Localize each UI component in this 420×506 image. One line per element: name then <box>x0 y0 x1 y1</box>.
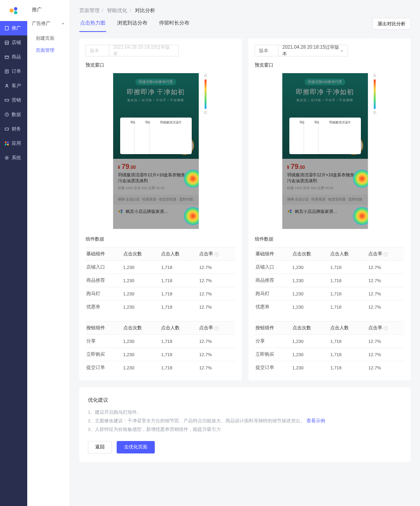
preview-phone-1: 快速去除100多种污渍 即擦即净 干净如初 免水洗 / 去污快 / 不伤手 / … <box>282 73 368 229</box>
svg-rect-4 <box>5 56 9 58</box>
version-select-1[interactable]: 2021.04.28 20:18:15过审版本 <box>278 45 348 56</box>
table-row: 立即购买1,2301,71812.7% <box>255 348 404 361</box>
col-header: 点击人数 <box>158 248 196 261</box>
preview-title: 预览窗口 <box>86 62 235 69</box>
tabs: 点击热力图 浏览到达分布 停留时长分布 <box>79 19 373 32</box>
crumb-1[interactable]: 智能优化 <box>107 7 127 13</box>
compare-panel-1: 版本 2021.04.28 20:18:15过审版本 预览窗口 快速去除100多… <box>248 39 411 380</box>
rail-item-goods[interactable]: 商品 <box>0 50 27 64</box>
rail-item-marketing[interactable]: 营销 <box>0 93 27 107</box>
cell-users: 1,718 <box>158 261 196 274</box>
cell-rate: 12.7% <box>365 287 404 300</box>
table-basic: 基础组件点击次数点击人数点击率?店铺入口1,2301,71812.7%商品推荐1… <box>255 247 404 313</box>
box-icon <box>4 54 9 60</box>
cell-users: 1,718 <box>327 361 365 374</box>
cell-rate: 12.7% <box>196 335 235 348</box>
svg-point-0 <box>10 9 14 13</box>
svg-point-14 <box>6 157 8 159</box>
table-row: 优惠券1,2301,71812.7% <box>86 300 235 314</box>
user-icon <box>4 83 9 89</box>
shop-icon <box>4 40 9 46</box>
example-link[interactable]: 查看示例 <box>306 418 325 423</box>
wallet-icon <box>4 126 9 132</box>
cell-name: 立即购买 <box>86 348 120 361</box>
logo <box>0 0 27 21</box>
cell-rate: 12.7% <box>365 300 404 314</box>
cell-clicks: 1,230 <box>120 287 158 300</box>
rail-item-system[interactable]: 系统 <box>0 151 27 165</box>
version-label: 版本 <box>86 45 109 56</box>
cell-rate: 12.7% <box>196 348 235 361</box>
cell-name: 提交订单 <box>255 361 289 374</box>
cell-clicks: 1,230 <box>289 335 327 348</box>
table-row: 分享1,2301,71812.7% <box>86 335 235 348</box>
cell-rate: 12.7% <box>365 361 404 374</box>
chevron-up-icon <box>61 22 65 26</box>
version-value: 2021.04.28 20:18:15过审版本 <box>282 44 340 57</box>
svg-rect-12 <box>5 144 6 145</box>
breadcrumb: 页面管理/ 智能优化/ 对比分析 <box>79 7 411 14</box>
component-title: 组件数据 <box>255 236 404 242</box>
cell-users: 1,718 <box>158 300 196 314</box>
table-row: 提交订单1,2301,71812.7% <box>255 361 404 374</box>
cell-clicks: 1,230 <box>120 274 158 287</box>
cell-users: 1,718 <box>327 335 365 348</box>
order-icon <box>4 69 9 74</box>
rail-item-finance[interactable]: 财务 <box>0 122 27 136</box>
col-header: 点击率? <box>196 322 235 335</box>
cell-clicks: 1,230 <box>289 348 327 361</box>
info-icon[interactable]: ? <box>383 326 388 330</box>
rail-item-promotion[interactable]: 推广 <box>0 21 27 35</box>
ticket-icon <box>4 98 9 103</box>
svg-rect-10 <box>5 142 6 143</box>
svg-rect-5 <box>5 70 8 73</box>
cell-rate: 12.7% <box>365 335 404 348</box>
cell-users: 1,718 <box>158 348 196 361</box>
cell-clicks: 1,230 <box>289 261 327 274</box>
gear-icon <box>4 155 9 161</box>
cell-name: 跑马灯 <box>255 287 289 300</box>
rail-item-shop[interactable]: 店铺 <box>0 35 27 50</box>
subnav-link-manage[interactable]: 页面管理 <box>32 44 65 56</box>
table-row: 分享1,2301,71812.7% <box>255 335 404 348</box>
svg-rect-11 <box>7 142 9 143</box>
info-icon[interactable]: ? <box>383 252 388 257</box>
svg-point-1 <box>14 7 18 11</box>
info-icon[interactable]: ? <box>214 252 219 257</box>
cell-users: 1,718 <box>327 300 365 314</box>
rail-item-orders[interactable]: 订单 <box>0 64 27 79</box>
chevron-down-icon <box>340 49 344 53</box>
rail-item-apps[interactable]: 应用 <box>0 136 27 151</box>
version-label: 版本 <box>255 45 278 56</box>
optimize-button[interactable]: 去优化页面 <box>117 441 155 453</box>
info-icon[interactable]: ? <box>214 326 219 330</box>
cell-clicks: 1,230 <box>120 300 158 314</box>
heat-legend: 高低 <box>203 73 208 229</box>
heat-legend: 高低 <box>373 73 377 229</box>
cell-rate: 12.7% <box>196 361 235 374</box>
cell-name: 商品推荐 <box>86 274 120 287</box>
crumb-0[interactable]: 页面管理 <box>79 7 100 13</box>
cell-name: 商品推荐 <box>255 274 289 287</box>
col-header: 点击人数 <box>158 322 196 335</box>
col-header: 点击次数 <box>120 322 158 335</box>
cell-rate: 12.7% <box>365 348 404 361</box>
cell-clicks: 1,230 <box>289 300 327 314</box>
table-row: 提交订单1,2301,71812.7% <box>86 361 235 374</box>
rail-item-customers[interactable]: 客户 <box>0 79 27 93</box>
subnav-group[interactable]: 广告推广 <box>32 20 65 27</box>
cell-name: 立即购买 <box>255 348 289 361</box>
version-value: 2021.04.28 20:18:15过审版本 <box>113 44 175 57</box>
grid-icon <box>4 141 9 146</box>
rail-item-data[interactable]: 数据 <box>0 107 27 122</box>
tab-scroll[interactable]: 浏览到达分布 <box>116 19 148 32</box>
tab-heatmap[interactable]: 点击热力图 <box>79 19 106 32</box>
version-select-0: 2021.04.28 20:18:15过审版本 <box>109 45 179 56</box>
tab-dwell[interactable]: 停留时长分布 <box>158 19 190 32</box>
col-header: 点击率? <box>365 248 404 261</box>
back-button[interactable]: 返回 <box>88 441 112 453</box>
exit-compare-button[interactable]: 退出对比分析 <box>373 18 411 30</box>
subnav-link-create[interactable]: 创建页面 <box>32 32 65 44</box>
cell-users: 1,718 <box>158 361 196 374</box>
table-row: 优惠券1,2301,71812.7% <box>255 300 404 314</box>
